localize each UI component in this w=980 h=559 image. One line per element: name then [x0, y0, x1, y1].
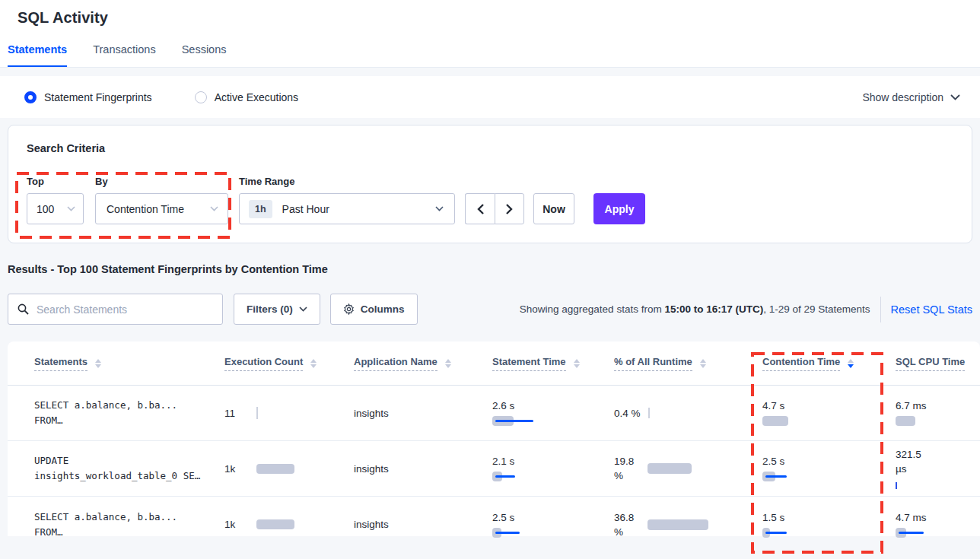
table-row[interactable]: SELECT a.balance, b.ba...FROM… 1k insigh…	[8, 497, 980, 552]
chevron-down-icon	[299, 306, 307, 312]
search-criteria-panel: Search Criteria Top 100 By Contention Ti…	[8, 125, 972, 243]
execution-count-bar	[256, 407, 258, 419]
pct-runtime-cell: 19.8 %	[614, 454, 762, 483]
view-toggle-bar: Statement Fingerprints Active Executions…	[0, 76, 980, 118]
radio-label: Statement Fingerprints	[44, 91, 152, 103]
columns-button[interactable]: Columns	[330, 294, 418, 325]
page-header: SQL Activity Statements Transactions Ses…	[0, 0, 980, 68]
execution-count-value: 1k	[224, 519, 246, 530]
chevron-down-icon	[435, 206, 444, 211]
search-icon	[18, 303, 29, 315]
stddev-bar	[495, 420, 533, 422]
col-execution-count[interactable]: Execution Count	[224, 356, 303, 371]
execution-count-bar	[256, 519, 294, 529]
show-description-toggle[interactable]: Show description	[862, 91, 960, 103]
application-name-value: insights	[354, 519, 492, 530]
sort-icon[interactable]	[310, 359, 317, 368]
stddev-bar	[495, 532, 520, 534]
stddev-bar	[765, 475, 787, 478]
aggregated-stats-text: Showing aggregated stats from 15:00 to 1…	[520, 303, 870, 315]
angle-right-icon	[506, 204, 513, 214]
sql-cpu-time-cell: 4.7 ms	[896, 512, 980, 538]
tab-transactions[interactable]: Transactions	[93, 43, 155, 67]
filters-button[interactable]: Filters (0)	[234, 294, 320, 325]
table-row[interactable]: SELECT a.balance, b.ba...FROM… 11 insigh…	[8, 386, 980, 441]
application-name-value: insights	[354, 408, 492, 419]
pct-runtime-cell: 36.8 %	[614, 510, 762, 539]
execution-count-value: 1k	[224, 463, 246, 475]
angle-left-icon	[477, 204, 484, 214]
now-button[interactable]: Now	[533, 193, 574, 224]
col-statements[interactable]: Statements	[34, 356, 88, 371]
chevron-down-icon	[210, 206, 218, 211]
mean-bar	[762, 416, 788, 426]
table-header-row: Statements Execution Count Application N…	[8, 341, 980, 386]
tab-sessions[interactable]: Sessions	[182, 43, 227, 67]
radio-statement-fingerprints[interactable]: Statement Fingerprints	[24, 91, 152, 103]
sort-icon[interactable]	[445, 359, 451, 368]
col-sql-cpu-time[interactable]: SQL CPU Time	[896, 356, 965, 371]
page-title: SQL Activity	[0, 9, 980, 27]
apply-button[interactable]: Apply	[593, 193, 645, 224]
col-contention-time[interactable]: Contention Time	[762, 356, 840, 371]
statements-table: Statements Execution Count Application N…	[8, 341, 980, 536]
statement-time-cell: 2.1 s	[492, 456, 614, 481]
statement-time-cell: 2.6 s	[492, 400, 614, 426]
time-nav-group	[465, 193, 524, 224]
chevron-down-icon	[950, 94, 960, 100]
tab-bar: Statements Transactions Sessions	[0, 43, 980, 67]
time-range-value: Past Hour	[282, 203, 435, 215]
search-statements-input[interactable]	[37, 303, 213, 316]
reset-sql-stats-link[interactable]: Reset SQL Stats	[880, 297, 972, 322]
time-range-select[interactable]: 1h Past Hour	[239, 193, 455, 224]
filters-label: Filters (0)	[247, 303, 293, 315]
time-next-button[interactable]	[495, 193, 524, 224]
show-description-label: Show description	[862, 91, 943, 103]
contention-time-cell: 4.7 s	[762, 400, 896, 426]
statement-fingerprint-link[interactable]: SELECT a.balance, b.ba...FROM…	[34, 398, 224, 428]
sort-icon[interactable]	[574, 359, 580, 368]
application-name-value: insights	[354, 463, 492, 475]
pct-runtime-cell: 0.4 %	[614, 408, 762, 419]
top-select[interactable]: 100	[27, 193, 84, 224]
sql-cpu-time-cell: 321.5 µs	[896, 447, 980, 491]
statement-fingerprint-link[interactable]: SELECT a.balance, b.ba...FROM…	[34, 510, 224, 540]
top-value: 100	[37, 203, 54, 215]
results-heading: Results - Top 100 Statement Fingerprints…	[8, 263, 980, 275]
pct-runtime-bar	[648, 408, 650, 418]
stddev-bar	[899, 532, 924, 534]
statement-fingerprint-link[interactable]: UPDATEinsights_workload_table_0 SE…	[34, 453, 224, 484]
results-toolbar: Filters (0) Columns Showing aggregated s…	[8, 294, 972, 325]
sort-icon[interactable]	[95, 359, 101, 368]
gear-icon	[343, 303, 355, 315]
stddev-bar	[495, 475, 515, 478]
tab-statements[interactable]: Statements	[8, 43, 67, 67]
sort-icon[interactable]	[700, 359, 706, 368]
time-range-label: Time Range	[239, 176, 465, 187]
pct-runtime-bar	[648, 463, 692, 474]
radio-unselected-icon[interactable]	[195, 91, 207, 103]
chevron-down-icon	[67, 206, 75, 211]
sort-icon-active[interactable]	[848, 359, 854, 368]
by-select[interactable]: Contention Time	[95, 193, 228, 224]
pct-runtime-bar	[648, 519, 708, 530]
col-pct-runtime[interactable]: % of All Runtime	[614, 356, 692, 371]
stddev-tick	[896, 482, 897, 489]
top-label: Top	[27, 176, 95, 187]
col-application-name[interactable]: Application Name	[354, 356, 438, 371]
by-value: Contention Time	[107, 203, 184, 215]
radio-selected-icon[interactable]	[24, 91, 37, 103]
table-row[interactable]: UPDATEinsights_workload_table_0 SE… 1k i…	[8, 441, 980, 497]
radio-label: Active Executions	[215, 91, 299, 103]
radio-active-executions[interactable]: Active Executions	[195, 91, 299, 103]
by-label: By	[95, 176, 239, 187]
search-statements-box[interactable]	[8, 294, 223, 325]
search-criteria-heading: Search Criteria	[27, 142, 953, 154]
col-statement-time[interactable]: Statement Time	[492, 356, 566, 371]
contention-time-cell: 2.5 s	[762, 456, 896, 481]
stddev-bar	[765, 532, 787, 534]
time-range-badge: 1h	[249, 200, 272, 218]
time-prev-button[interactable]	[465, 193, 495, 224]
execution-count-value: 11	[224, 408, 246, 419]
execution-count-bar	[256, 464, 294, 474]
